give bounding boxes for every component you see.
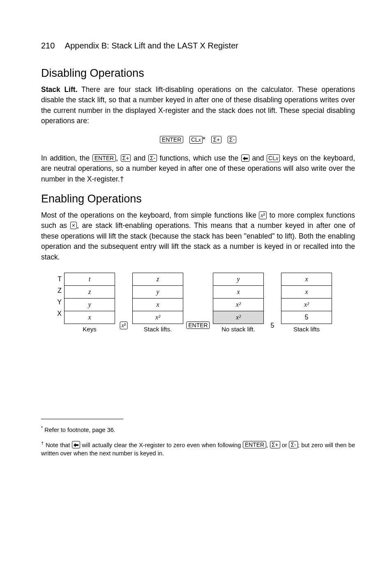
stack-col-2: zyxx² Stack lifts. [132, 273, 183, 333]
text: Most of the operations on the keyboard, … [41, 211, 259, 219]
clx-key: CLx [267, 154, 280, 162]
op-xsq: x² [118, 273, 130, 319]
enter-key: ENTER [92, 154, 116, 162]
clx-key: CLx [189, 136, 203, 144]
xsq-key: x² [259, 211, 267, 219]
footnote-star: * [203, 136, 205, 144]
text: "enabled" to lift). Both the [244, 232, 326, 240]
marker: † [41, 441, 44, 446]
sigma-minus-key: Σ- [289, 441, 297, 448]
enter-key: ENTER [186, 322, 210, 329]
back-key [241, 154, 249, 162]
text: will actually clear the X-register to ze… [80, 442, 243, 448]
label-Z: Z [53, 285, 62, 296]
sigma-plus-key: Σ+ [121, 154, 131, 162]
footnote-separator [41, 419, 123, 419]
footnote-dagger: † [120, 175, 124, 183]
sigma-minus-key: Σ- [148, 154, 157, 162]
label-Y: Y [53, 296, 62, 308]
section-title-disabling: Disabling Operations [41, 67, 355, 80]
enter-key: ENTER [160, 136, 183, 143]
footnote-2: † Note that will actually clear the X-re… [41, 440, 355, 457]
marker: * [41, 425, 43, 430]
sigma-plus-key: Σ+ [211, 136, 221, 143]
xsq-key: x² [120, 322, 128, 329]
text: In addition, the [41, 154, 92, 162]
stack-col-3: yxx²x² No stack lift. [213, 273, 264, 333]
text: or [280, 442, 289, 448]
stack-diagram: T Z Y X tzyx Keys x² zyxx² Stack lifts. … [41, 273, 355, 333]
back-key [72, 441, 80, 448]
para-enabling-1: Most of the operations on the keyboard, … [41, 210, 355, 262]
caption: Keys [65, 326, 114, 333]
register-labels: T Z Y X [53, 273, 62, 319]
op-digit: 5 [266, 273, 279, 319]
text: and [249, 154, 267, 162]
label-T: T [53, 273, 62, 285]
page-header: 210 Appendix B: Stack Lift and the LAST … [41, 41, 355, 51]
para-disabling-intro: Stack Lift. There are four stack lift-di… [41, 85, 355, 126]
caption: Stack lifts [282, 326, 331, 333]
caption: Stack lifts. [133, 326, 182, 333]
section-title-enabling: Enabling Operations [41, 193, 355, 205]
bold-label: Stack Lift. [41, 85, 78, 94]
label-X: X [53, 308, 62, 319]
text: and [131, 154, 148, 162]
text: Note that [46, 442, 72, 448]
page-number: 210 [41, 41, 55, 50]
op-enter: ENTER [186, 273, 210, 319]
enter-key: ENTER [243, 441, 266, 448]
text: There are four stack lift-disabling oper… [41, 85, 355, 125]
digit-label: 5 [271, 322, 274, 329]
footnote-1: * Refer to footnote, page 36. [41, 425, 355, 434]
text: functions, which use the [157, 154, 241, 162]
key-row-disabling: ENTER CLx* Σ+ Σ- [41, 135, 355, 145]
stack-col-1: tzyx Keys [64, 273, 115, 333]
times-key: × [70, 222, 77, 229]
para-disabling-2: In addition, the ENTER, Σ+ and Σ- functi… [41, 153, 355, 184]
sigma-plus-key: Σ+ [270, 441, 280, 448]
text: Refer to footnote, page 36. [44, 427, 115, 433]
caption: No stack lift. [214, 326, 263, 333]
sigma-minus-key: Σ- [228, 136, 236, 143]
stack-col-4: xxx²5 Stack lifts [281, 273, 332, 333]
header-title: Appendix B: Stack Lift and the LAST X Re… [65, 41, 238, 50]
